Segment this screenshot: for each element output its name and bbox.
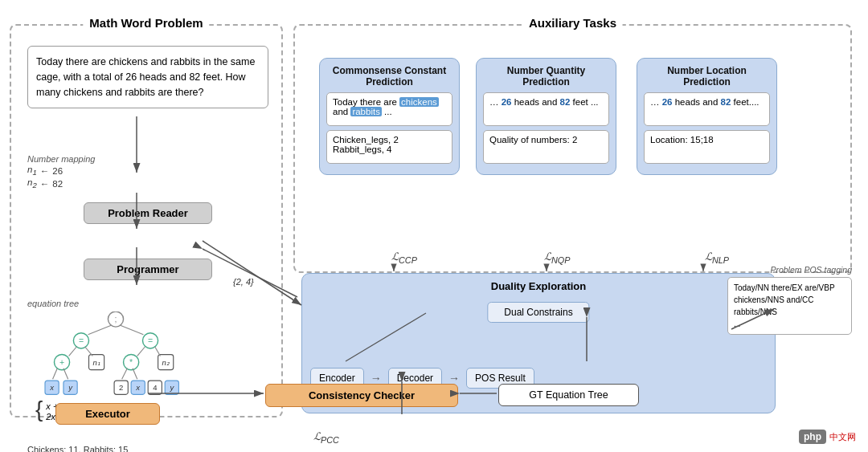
highlight-rabbits: rabbits: [350, 107, 382, 116]
nlp-title: Number Location Prediction: [644, 65, 770, 88]
nqp-title: Number Quantity Prediction: [483, 65, 609, 88]
nlp-inner-result: Location: 15;18: [644, 130, 770, 164]
n1-label: n1: [27, 165, 37, 177]
n1-mapping: n1 ← 26: [27, 165, 95, 177]
nqp-inner-text: … 26 heads and 82 feet ...: [483, 92, 609, 126]
site-label: 中文网: [829, 431, 856, 443]
highlight-26-nqp: 26: [502, 97, 512, 107]
svg-line-7: [121, 325, 144, 334]
problem-text: Today there are chickens and rabbits in …: [36, 56, 255, 98]
svg-line-25: [63, 369, 68, 379]
pos-tag-label: Problem POS tagging: [770, 265, 852, 275]
nlp-inner-text: … 26 heads and 82 feet....: [644, 92, 770, 126]
arrow-dec-pos: →: [448, 372, 460, 385]
svg-text:n₂: n₂: [162, 358, 170, 367]
svg-line-12: [69, 347, 77, 356]
svg-text:=: =: [148, 336, 153, 345]
math-word-title: Math Word Problem: [83, 16, 209, 30]
loss-ccp: ℒCCP: [391, 250, 417, 265]
nqp-inner-result: Quality of numbers: 2: [483, 130, 609, 164]
n1-arrow: ←: [40, 166, 50, 176]
eq-tree-label: equation tree: [27, 299, 276, 308]
svg-text:;: ;: [115, 314, 117, 324]
mapping-label: Number mapping: [27, 154, 95, 164]
problem-text-box: Today there are chickens and rabbits in …: [27, 46, 268, 108]
aux-card-nlp: Number Location Prediction … 26 heads an…: [637, 58, 777, 175]
svg-text:*: *: [129, 357, 133, 367]
loss-pcc: ℒPCC: [313, 430, 339, 445]
ccp-title: Commonsense Constant Prediction: [326, 65, 452, 88]
highlight-82-nlp: 82: [721, 97, 731, 107]
number-mapping: Number mapping n1 ← 26 n2 ← 82: [27, 154, 95, 191]
result-text: Chickens: 11, Rabbits: 15: [27, 445, 128, 452]
consistency-checker-box: Consistency Checker: [265, 384, 458, 407]
svg-text:=: =: [79, 336, 84, 345]
svg-line-6: [88, 325, 112, 334]
n2-label: n2: [27, 177, 37, 189]
pos-tag-box: Today/NN there/EX are/VBP chickens/NNS a…: [727, 277, 852, 335]
n2-arrow: ←: [40, 179, 50, 189]
highlight-chickens: chickens: [399, 97, 439, 107]
curly-brace: {: [35, 398, 43, 421]
aux-card-ccp: Commonsense Constant Prediction Today th…: [319, 58, 460, 175]
main-container: Math Word Problem Today there are chicke…: [0, 0, 868, 452]
highlight-26-nlp: 26: [662, 97, 673, 107]
loss-nlp: ℒNLP: [705, 250, 729, 265]
svg-text:2: 2: [119, 383, 123, 392]
problem-reader-box: Problem Reader: [84, 202, 212, 224]
dual-constrains-box: Dual Constrains: [487, 302, 589, 323]
arrow-enc-dec: →: [371, 372, 382, 385]
ccp-inner-text: Today there are chickens and rabbits ...: [326, 92, 452, 126]
gt-equation-tree-box: GT Equation Tree: [498, 384, 639, 406]
auxiliary-tasks-title: Auxiliary Tasks: [522, 16, 623, 30]
php-badge: php: [799, 430, 826, 444]
svg-text:4: 4: [153, 383, 158, 392]
svg-line-35: [133, 369, 137, 379]
auxiliary-section: Auxiliary Tasks Commonsense Constant Pre…: [293, 24, 852, 273]
svg-text:n₁: n₁: [92, 358, 100, 367]
php-branding: php 中文网: [799, 430, 856, 444]
math-word-section: Math Word Problem Today there are chicke…: [10, 24, 283, 417]
svg-line-34: [122, 369, 128, 379]
svg-text:+: +: [59, 357, 64, 367]
svg-line-13: [85, 347, 93, 356]
loss-nqp: ℒNQP: [544, 250, 570, 265]
n2-mapping: n2 ← 82: [27, 177, 95, 189]
executor-box: Executor: [55, 403, 160, 425]
svg-line-19: [155, 347, 161, 356]
programmer-box: Programmer: [84, 259, 212, 280]
n1-value: 26: [52, 166, 63, 176]
ccp-inner-result: Chicken_legs, 2Rabbit_legs, 4: [326, 130, 452, 164]
svg-line-24: [53, 369, 58, 379]
n2-value: 82: [52, 179, 63, 189]
equation-tree-svg: ; = = + n₁ * n₂: [27, 312, 204, 400]
duality-title: Duality Exploration: [312, 280, 765, 292]
svg-line-18: [137, 347, 145, 356]
highlight-82-nqp: 82: [560, 97, 571, 107]
aux-card-nqp: Number Quantity Prediction … 26 heads an…: [476, 58, 616, 175]
